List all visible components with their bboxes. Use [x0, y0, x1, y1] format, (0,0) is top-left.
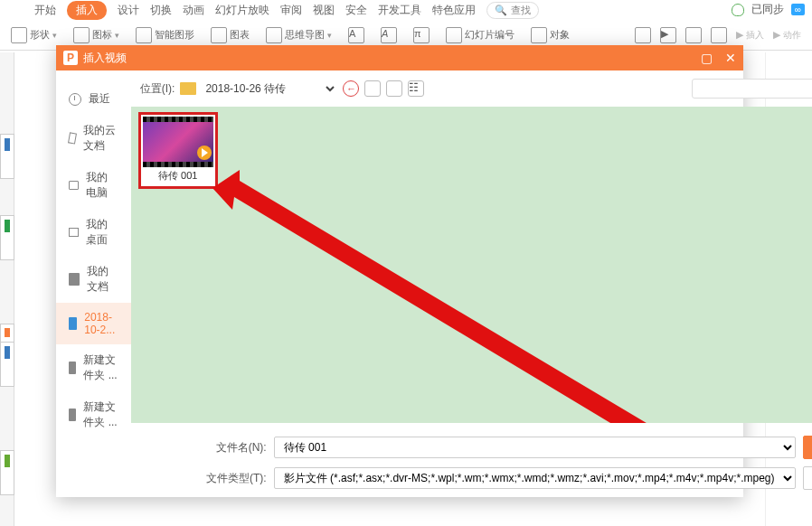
- rib-object[interactable]: 对象: [531, 27, 570, 43]
- sidebar-item[interactable]: 最近: [56, 83, 131, 115]
- sidebar-item[interactable]: 我的桌面: [56, 209, 131, 256]
- sidebar-item-label: 我的文档: [87, 264, 118, 295]
- cloud-icon: [732, 4, 744, 16]
- sidebar-item[interactable]: 我的电脑: [56, 162, 131, 209]
- sidebar-item[interactable]: 新建文件夹 ...: [56, 391, 131, 438]
- rib-wordart[interactable]: A: [381, 27, 397, 43]
- tab-review[interactable]: 审阅: [280, 3, 302, 18]
- slide-thumb[interactable]: [0, 215, 14, 260]
- rib-mind[interactable]: 思维导图▾: [266, 27, 332, 43]
- tab-special[interactable]: 特色应用: [432, 3, 476, 18]
- video-thumbnail: [143, 122, 213, 162]
- sidebar-item-label: 新建文件夹 ...: [83, 399, 118, 430]
- tab-insert[interactable]: 插入: [67, 1, 107, 20]
- rib-icon[interactable]: 图标▾: [73, 27, 119, 43]
- play-icon: [197, 146, 212, 160]
- sidebar-item-label: 最近: [89, 91, 110, 107]
- svg-marker-0: [212, 170, 665, 423]
- rib-media2[interactable]: ▶: [660, 27, 676, 43]
- path-label: 位置(I):: [140, 81, 175, 97]
- sync-label: 已同步: [751, 2, 784, 17]
- annotation-arrow: [212, 170, 683, 423]
- slide-thumb[interactable]: [0, 134, 14, 179]
- sidebar-item-label: 我的云文档: [83, 123, 118, 154]
- rib-insert[interactable]: ▶插入: [736, 27, 764, 43]
- tab-transition[interactable]: 切换: [150, 3, 172, 18]
- folder-icon: [69, 273, 80, 286]
- path-toolbar: 位置(I): 2018-10-26 待传 ← ☷ 🔍: [131, 70, 812, 107]
- chart-icon: [211, 27, 227, 43]
- sidebar-item-label: 新建文件夹 ...: [83, 352, 118, 383]
- dialog-title: 插入视频: [83, 51, 127, 66]
- file-name-label: 待传 001: [143, 167, 213, 184]
- search-icon: 🔍: [495, 5, 507, 16]
- rib-chart[interactable]: 图表: [211, 27, 250, 43]
- filename-label: 文件名(N):: [203, 440, 267, 456]
- tab-security[interactable]: 安全: [345, 3, 367, 18]
- open-button[interactable]: 打开(O): [803, 436, 812, 459]
- rib-link[interactable]: [711, 27, 727, 43]
- wordart-icon: A: [381, 27, 397, 43]
- icon-icon: [73, 27, 90, 43]
- tab-design[interactable]: 设计: [118, 3, 139, 18]
- tab-animation[interactable]: 动画: [183, 3, 204, 18]
- maximize-button[interactable]: ▢: [701, 51, 713, 65]
- sidebar-item-label: 2018-10-2...: [84, 311, 118, 336]
- sidebar-item[interactable]: 我的云文档: [56, 115, 131, 162]
- shape-icon: [11, 27, 27, 43]
- insert-video-dialog: P 插入视频 ▢ ✕ 最近我的云文档我的电脑我的桌面我的文档2018-10-2.…: [56, 45, 743, 497]
- rib-shape[interactable]: 形状▾: [11, 27, 57, 43]
- slide-thumb[interactable]: [0, 450, 14, 495]
- file-list-area[interactable]: 待传 001: [131, 107, 812, 423]
- folder-icon: [69, 409, 76, 421]
- folder-icon: [69, 362, 76, 374]
- dialog-sidebar: 最近我的云文档我的电脑我的桌面我的文档2018-10-2...新建文件夹 ...…: [56, 70, 131, 497]
- sidebar-item[interactable]: 2018-10-2...: [56, 303, 131, 344]
- filetype-select[interactable]: 影片文件 (*.asf;*.asx;*.dvr-MS;*.wpl;*.wm;*.…: [274, 467, 796, 489]
- rib-slidenum[interactable]: 幻灯片编号: [446, 27, 515, 43]
- file-item[interactable]: 待传 001: [138, 112, 218, 189]
- link-icon: [711, 27, 727, 43]
- sidebar-item[interactable]: 新建文件夹 ...: [56, 344, 131, 391]
- search-box[interactable]: 🔍 查找: [486, 2, 539, 19]
- tab-view[interactable]: 视图: [313, 3, 335, 18]
- view-icon[interactable]: ☷: [408, 80, 424, 97]
- sidebar-item-label: 我的桌面: [86, 217, 118, 248]
- back-icon[interactable]: ←: [343, 80, 359, 97]
- new-folder-icon[interactable]: [386, 80, 402, 97]
- app-badge[interactable]: ∞: [791, 4, 805, 15]
- search-placeholder: 查找: [511, 4, 531, 17]
- rib-action[interactable]: ▶动作: [773, 27, 801, 43]
- filetype-label: 文件类型(T):: [203, 471, 267, 486]
- pi-icon: π: [413, 27, 430, 43]
- mind-icon: [266, 27, 282, 43]
- rib-media1[interactable]: [635, 27, 651, 43]
- desktop-icon: [69, 228, 79, 237]
- slide-thumb[interactable]: [0, 342, 14, 387]
- dialog-titlebar: P 插入视频 ▢ ✕: [56, 45, 743, 70]
- rib-textbox[interactable]: A: [348, 27, 364, 43]
- smart-icon: [136, 27, 152, 43]
- file-search-input[interactable]: [692, 79, 812, 99]
- rib-eq[interactable]: π: [413, 27, 430, 43]
- media2-icon: ▶: [660, 27, 676, 43]
- flash-icon: [685, 27, 702, 43]
- slide-thumbnail-panel: [0, 52, 14, 526]
- sidebar-item-label: 我的电脑: [86, 170, 118, 201]
- close-button[interactable]: ✕: [725, 51, 736, 65]
- path-dropdown[interactable]: 2018-10-26 待传: [202, 81, 337, 96]
- tab-slideshow[interactable]: 幻灯片放映: [215, 3, 269, 18]
- tab-devtools[interactable]: 开发工具: [378, 3, 421, 18]
- filename-input[interactable]: 待传 001: [274, 437, 796, 458]
- rib-smart[interactable]: 智能图形: [136, 27, 194, 43]
- tab-start[interactable]: 开始: [34, 3, 56, 18]
- folder-icon: [69, 317, 77, 330]
- dialog-bottom: 文件名(N): 待传 001 打开(O) 文件类型(T): 影片文件 (*.as…: [131, 430, 812, 497]
- cancel-button[interactable]: 取消: [803, 466, 812, 490]
- textbox-icon: A: [348, 27, 364, 43]
- rib-flash[interactable]: [685, 27, 702, 43]
- sidebar-item[interactable]: 我的文档: [56, 256, 131, 303]
- object-icon: [531, 27, 547, 43]
- top-right-status: 已同步 ∞: [732, 2, 805, 17]
- up-folder-icon[interactable]: [364, 80, 381, 97]
